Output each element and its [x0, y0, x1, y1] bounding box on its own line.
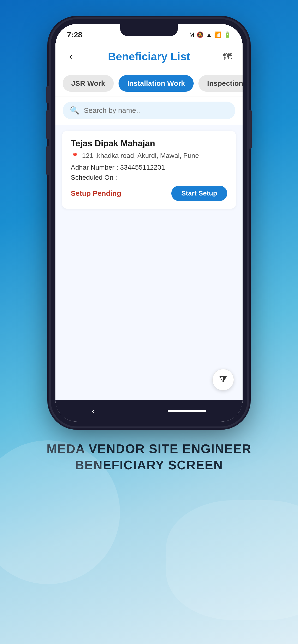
tab-inspection[interactable]: Inspection [198, 75, 243, 92]
map-icon: 🗺 [223, 52, 232, 62]
back-arrow-icon: ‹ [69, 52, 72, 62]
list-area: Tejas Dipak Mahajan 📍 121 ,khadka road, … [55, 125, 243, 400]
power-button [249, 110, 252, 148]
tab-jsr-work[interactable]: JSR Work [63, 75, 114, 92]
filter-fab-button[interactable]: ⧩ [212, 369, 234, 390]
notch [120, 24, 178, 36]
search-bar[interactable]: 🔍 [63, 102, 235, 119]
volume-up-button [46, 110, 49, 139]
battery-icon: 🔋 [224, 32, 231, 38]
tabs-container: JSR Work Installation Work Inspection [55, 70, 243, 97]
search-icon: 🔍 [70, 106, 79, 115]
status-icons: M 🔕 ▲ 📶 🔋 [189, 32, 231, 38]
location-icon: 📍 [71, 152, 79, 160]
back-button[interactable]: ‹ [64, 50, 77, 63]
status-time: 7:28 [67, 30, 82, 39]
nav-back-button[interactable]: ‹ [92, 406, 95, 416]
bottom-caption: MEDA VENDOR SITE ENGINEER BENEFICIARY SC… [47, 441, 251, 473]
map-button[interactable]: 🗺 [221, 50, 234, 63]
volume-mute-button [46, 86, 49, 103]
signal-icon: 📶 [214, 32, 221, 38]
caption-line-1: MEDA VENDOR SITE ENGINEER [47, 441, 251, 457]
card-adhar: Adhar Number : 334455112201 [71, 164, 227, 171]
app-header: ‹ Beneficiary List 🗺 [55, 43, 243, 70]
phone-screen: 7:28 M 🔕 ▲ 📶 🔋 ‹ Beneficiary List 🗺 [55, 24, 243, 422]
volume-down-button [46, 146, 49, 175]
app-content: ‹ Beneficiary List 🗺 JSR Work Installati… [55, 43, 243, 422]
bottom-navigation: ‹ [55, 400, 243, 422]
phone-shell: 7:28 M 🔕 ▲ 📶 🔋 ‹ Beneficiary List 🗺 [51, 19, 247, 426]
start-setup-button[interactable]: Start Setup [171, 186, 227, 201]
search-input[interactable] [84, 106, 228, 114]
home-indicator [168, 410, 206, 412]
search-container: 🔍 [55, 97, 243, 125]
status-badge: Setup Pending [71, 189, 121, 198]
card-footer: Setup Pending Start Setup [71, 186, 227, 201]
beneficiary-card: Tejas Dipak Mahajan 📍 121 ,khadka road, … [62, 131, 236, 209]
page-title: Beneficiary List [108, 50, 190, 63]
silent-icon: 🔕 [197, 32, 204, 38]
wifi-icon: ▲ [206, 32, 212, 38]
card-name: Tejas Dipak Mahajan [71, 138, 227, 148]
caption-line-2: BENEFICIARY SCREEN [47, 457, 251, 474]
card-scheduled: Scheduled On : [71, 174, 227, 181]
filter-icon: ⧩ [219, 374, 227, 385]
card-address: 📍 121 ,khadka road, Akurdi, Mawal, Pune [71, 152, 227, 160]
gmail-icon: M [189, 32, 194, 38]
tab-installation-work[interactable]: Installation Work [118, 75, 194, 92]
